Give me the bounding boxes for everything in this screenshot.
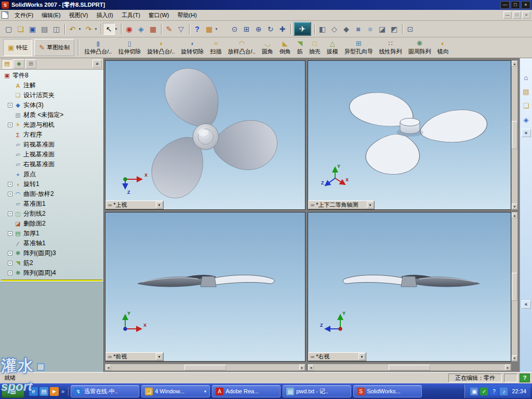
dropdown-caret-icon[interactable]: ▾ [214,23,219,35]
tree-item[interactable]: ▱ 右视基准面 [1,159,103,169]
tree-item[interactable]: + ◆ 实体(3) [1,100,103,110]
scroll-down-icon[interactable]: ▼ [512,204,517,209]
menu-item[interactable]: 编辑(E) [37,10,65,21]
view-dropdown-button[interactable]: ▾ [358,353,365,360]
viewport-front-view[interactable]: Y X ∞ *前视 ▾ [105,212,305,362]
tree-item[interactable]: ∕ 基准轴1 [1,238,103,248]
feature-button[interactable]: ▯ 拉伸切除 [115,38,144,57]
pan-icon[interactable]: ✚ [276,23,288,35]
zoom-area-icon[interactable]: ⊞ [241,23,252,35]
wireframe-icon[interactable]: ◇ [328,23,340,35]
tree-item[interactable]: + ☀ 光源与相机 [1,120,103,130]
scroll-down-icon[interactable]: ▼ [512,355,517,361]
zoom-to-fit-icon[interactable]: ⊙ [229,23,241,35]
feature-button[interactable]: ◖ 旋转凸台/.. [144,38,178,57]
view-dropdown-button[interactable]: ▾ [367,202,374,208]
taskbar-button[interactable]: ↯ 迅雷在线-中.. [71,385,139,397]
hidden-lines-removed-icon[interactable]: ◆ [340,23,352,35]
plugin-button[interactable]: ✈ [294,22,311,36]
expand-toggle-icon[interactable]: + [8,182,12,187]
scroll-right-icon[interactable]: ► [299,365,305,370]
view-orientation-icon[interactable]: ◧ [316,23,328,35]
feature-button[interactable]: ◣ 倒角 [276,38,294,57]
rotate-view-icon[interactable]: ↻ [264,23,276,35]
feature-button[interactable]: □ 抽壳 [306,38,324,57]
tree-item[interactable]: + ◠ 曲面-放样2 [1,189,103,199]
tree-item[interactable]: Σ 方程序 [1,130,103,140]
dropdown-caret-icon[interactable]: ▾ [113,23,119,35]
mdi-minimize-button[interactable]: — [503,11,512,19]
tree-item[interactable]: ▥ 材质 <未指定> [1,110,103,120]
viewport-top-view[interactable]: X Z ∞ *上视 ▾ [105,60,305,210]
taskbar-button[interactable]: S SolidWorks... [353,385,422,397]
close-button[interactable]: × [521,1,530,9]
shaded-with-edges-icon[interactable]: ■ [352,23,364,35]
tree-root-part[interactable]: ▣ 零件8 [1,71,103,81]
scroll-thumb[interactable] [389,365,430,370]
scroll-right-icon[interactable]: ► [505,365,511,370]
expand-toggle-icon[interactable]: + [8,211,12,216]
tree-item[interactable]: + ▤ 加厚1 [1,229,103,238]
show-desktop-icon[interactable]: ▤ [39,387,48,396]
quick-tips-help-button[interactable]: ? [520,374,530,382]
help-icon[interactable]: ? [191,23,203,35]
app-tray-icon[interactable]: ▣ [470,388,478,395]
media-player-icon[interactable]: ► [50,387,59,396]
expand-toggle-icon[interactable]: + [8,123,12,127]
scroll-up-icon[interactable]: ▲ [512,212,517,218]
security-alert-tray-icon[interactable]: ? [490,388,498,395]
tree-item[interactable]: + ❋ 阵列(圆周)3 [1,248,103,258]
scroll-left-icon[interactable]: ◄ [308,365,314,370]
feature-button[interactable]: ▮ 拉伸凸台/.. [81,38,115,57]
commandmanager-tab[interactable]: ✎ 草图绘制 [34,39,74,56]
design-library-icon[interactable]: ▤ [522,87,531,96]
feature-button[interactable]: ◠ 放样凸台/.. [225,38,259,57]
taskbar-button[interactable]: ▤ pwd.txt - 记.. [283,385,351,397]
tree-item[interactable]: + ◖ 旋转1 [1,179,103,189]
new-document-icon[interactable]: ▢ [3,23,15,35]
tree-item[interactable]: + ◥ 筋2 [1,258,103,268]
file-explorer-icon[interactable]: ❏ [522,101,531,110]
mdi-restore-button[interactable]: □ [513,11,521,19]
start-button[interactable]: ⊞ [2,385,24,398]
texture-icon[interactable]: ▦ [147,23,159,35]
taskbar-button[interactable]: ❏ 4 Window... ▾ [141,385,210,397]
feature-button[interactable]: ❋ 圆周阵列 [405,38,434,57]
rebuild-icon[interactable]: ◉ [123,23,135,35]
menu-item[interactable]: 文件(F) [10,10,37,21]
restore-button[interactable]: □ [511,1,520,9]
taskpane-collapse-chevron[interactable]: « [522,129,531,137]
edit-color-icon[interactable]: ◈ [135,23,147,35]
solidworks-resources-icon[interactable]: ◈ [522,115,531,124]
tree-item[interactable]: ◪ 删除面2 [1,219,103,229]
scroll-thumb[interactable] [512,273,517,301]
feature-button[interactable]: ∷ 线性阵列 [376,38,405,57]
menu-item[interactable]: 帮助(H) [174,10,201,21]
viewport-vertical-scrollbar[interactable]: ▲ ▼ [511,60,518,210]
expand-toggle-icon[interactable]: + [8,192,12,196]
viewport-horizontal-scrollbar[interactable]: ◄ ► [308,364,511,371]
mdi-close-button[interactable]: × [522,11,530,19]
fullscreen-icon[interactable]: ⊡ [404,23,416,35]
expand-toggle-icon[interactable]: + [8,261,12,265]
tree-item[interactable]: ▱ 上视基准面 [1,150,103,159]
tree-item[interactable]: A 注解 [1,81,103,90]
section-view-icon[interactable]: ◩ [388,23,400,35]
zoom-in-out-icon[interactable]: ⊕ [252,23,264,35]
print-preview-icon[interactable]: ◫ [50,23,62,35]
configurationmanager-tab[interactable]: ⊞ [25,59,36,69]
sketch-icon[interactable]: ✎ [163,23,175,35]
expand-toggle-icon[interactable]: + [8,271,12,275]
tree-item[interactable]: + 原点 [1,169,103,179]
minimize-button[interactable]: — [500,1,510,9]
feature-button[interactable]: ◥ 筋 [294,38,306,57]
volume-tray-icon[interactable]: ♪ [500,388,508,395]
quicklaunch-overflow-chevron[interactable]: » [60,388,65,394]
print-icon[interactable]: ▤ [38,23,50,35]
dropdown-caret-icon[interactable]: ▾ [77,23,83,35]
tree-item[interactable]: + ❋ 阵列(圆周)4 [1,268,103,278]
view-dropdown-button[interactable]: ▾ [156,353,163,360]
featuremanager-tab[interactable]: ▤ [2,59,12,69]
panel-collapse-chevron[interactable]: » [92,60,102,68]
taskpane-collapse-chevron[interactable]: « [522,300,531,309]
